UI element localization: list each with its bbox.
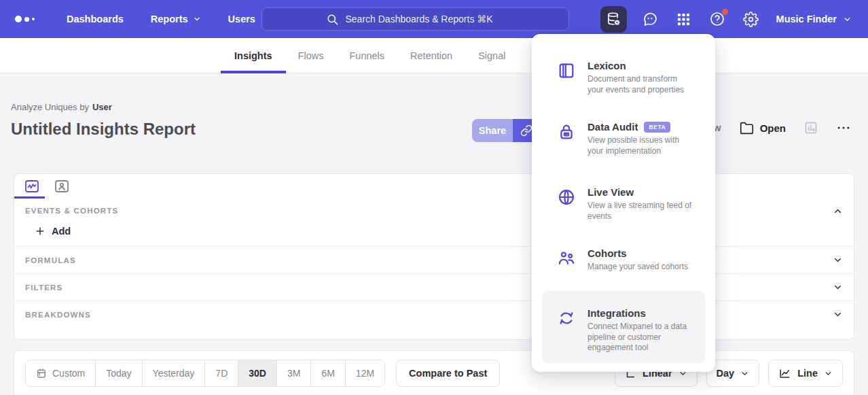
- tab-retention[interactable]: Retention: [410, 38, 452, 73]
- settings-gear-icon: [743, 12, 759, 27]
- date-range-30d[interactable]: 30D: [238, 360, 277, 386]
- chevron-down-icon[interactable]: [833, 309, 843, 320]
- date-range-6m[interactable]: 6M: [311, 360, 345, 386]
- menu-item-description: Manage your saved cohorts: [587, 262, 695, 273]
- add-to-board-button[interactable]: [804, 121, 818, 135]
- open-report-button[interactable]: Open: [740, 121, 786, 135]
- menu-item-lexicon[interactable]: Lexicon Document and transform your even…: [532, 60, 715, 95]
- logo-dot: [15, 16, 22, 22]
- share-button[interactable]: Share: [472, 119, 513, 142]
- tab-insights[interactable]: Insights: [234, 38, 272, 73]
- chevron-down-icon[interactable]: [833, 255, 843, 265]
- events-cohorts-header[interactable]: EVENTS & COHORTS: [14, 199, 854, 223]
- date-range-yesterday[interactable]: Yesterday: [143, 360, 206, 386]
- formulas-label: FORMULAS: [25, 256, 76, 264]
- chevron-up-icon[interactable]: [833, 206, 843, 216]
- calendar-icon: [36, 368, 47, 379]
- lexicon-book-icon: [557, 61, 576, 80]
- live-view-globe-icon: [557, 188, 576, 207]
- feedback-button[interactable]: [642, 11, 658, 27]
- menu-item-text: Data Audit BETA View possible issues wit…: [587, 121, 703, 156]
- eyebrow-prefix: Analyze Uniques by: [11, 102, 89, 112]
- menu-item-title: Cohorts: [587, 247, 703, 259]
- nav-reports[interactable]: Reports: [151, 14, 201, 24]
- date-range-today[interactable]: Today: [96, 360, 142, 386]
- chart-toolbar: Custom Today Yesterday 7D 30D 3M 6M 12M …: [14, 350, 854, 395]
- breakdowns-section-header[interactable]: BREAKDOWNS: [14, 300, 854, 328]
- compare-to-past-button[interactable]: Compare to Past: [396, 360, 500, 387]
- page: Dashboards Reports Users: [0, 0, 868, 395]
- interval-label: Day: [717, 368, 735, 379]
- events-mode-tab[interactable]: [23, 177, 41, 195]
- chart-type-dropdown[interactable]: Line: [768, 360, 843, 387]
- query-mode-tabs: [14, 174, 854, 199]
- menu-item-text: Integrations Connect Mixpanel to a data …: [587, 307, 703, 354]
- search-input[interactable]: [346, 14, 505, 24]
- menu-item-data-audit[interactable]: Data Audit BETA View possible issues wit…: [532, 121, 715, 156]
- settings-button[interactable]: [743, 12, 759, 27]
- integrations-sync-icon: [557, 309, 576, 328]
- tab-flows[interactable]: Flows: [298, 38, 324, 73]
- profiles-mode-tab[interactable]: [53, 177, 71, 195]
- eyebrow-value[interactable]: User: [92, 102, 112, 112]
- date-range-custom[interactable]: Custom: [26, 360, 96, 386]
- menu-title-label: Live View: [587, 186, 634, 198]
- apps-grid-button[interactable]: [676, 12, 691, 27]
- menu-item-cohorts[interactable]: Cohorts Manage your saved cohorts: [532, 247, 715, 273]
- menu-item-description: View a live streaming feed of events: [587, 201, 695, 222]
- plus-icon: [35, 226, 46, 237]
- beta-badge: BETA: [644, 122, 670, 133]
- data-audit-lock-icon: [557, 122, 576, 141]
- add-to-board-icon: [804, 121, 818, 135]
- nav-reports-label: Reports: [151, 14, 188, 24]
- add-event-button[interactable]: Add: [14, 223, 854, 246]
- data-management-menu: Lexicon Document and transform your even…: [532, 34, 715, 372]
- line-chart-icon: [24, 178, 40, 194]
- mixpanel-logo[interactable]: [15, 16, 45, 22]
- search-icon: [326, 13, 339, 26]
- tab-funnels[interactable]: Funnels: [349, 38, 384, 73]
- search-bar[interactable]: [261, 7, 569, 31]
- project-switcher[interactable]: Music Finder: [776, 14, 852, 24]
- chevron-down-icon: [843, 15, 852, 24]
- data-management-button[interactable]: [600, 6, 627, 33]
- help-button[interactable]: [709, 11, 725, 27]
- chevron-down-icon: [193, 15, 201, 23]
- formulas-section-header[interactable]: FORMULAS: [14, 246, 854, 273]
- date-range-control: Custom Today Yesterday 7D 30D 3M 6M 12M: [25, 360, 385, 387]
- project-name: Music Finder: [776, 14, 837, 24]
- nav-users[interactable]: Users: [228, 14, 255, 24]
- events-cohorts-label: EVENTS & COHORTS: [25, 207, 118, 215]
- line-chart-type-icon: [778, 367, 791, 380]
- menu-item-text: Lexicon Document and transform your even…: [587, 60, 703, 95]
- apps-grid-icon: [676, 12, 691, 27]
- cohorts-users-icon: [557, 249, 576, 268]
- help-notification-dot: [722, 9, 728, 15]
- chevron-down-icon: [824, 369, 833, 378]
- menu-item-title: Lexicon: [587, 60, 703, 71]
- date-range-7d[interactable]: 7D: [205, 360, 238, 386]
- filters-label: FILTERS: [25, 284, 62, 292]
- active-mode-underline: [14, 196, 45, 199]
- menu-item-live-view[interactable]: Live View View a live streaming feed of …: [532, 186, 715, 222]
- report-tabbar: Insights Flows Funnels Retention Signal …: [0, 38, 868, 73]
- tab-signal[interactable]: Signal: [478, 38, 505, 73]
- menu-item-text: Live View View a live streaming feed of …: [587, 186, 703, 222]
- date-range-12m[interactable]: 12M: [346, 360, 384, 386]
- filters-section-header[interactable]: FILTERS: [14, 273, 854, 300]
- nav-dashboards[interactable]: Dashboards: [67, 14, 124, 24]
- report-actions: New Open: [701, 120, 851, 135]
- chevron-down-icon[interactable]: [833, 282, 843, 292]
- more-options-icon: [836, 120, 851, 135]
- more-options-button[interactable]: [836, 120, 851, 135]
- breakdowns-label: BREAKDOWNS: [25, 311, 91, 319]
- topbar: Dashboards Reports Users: [0, 0, 868, 38]
- topbar-right: Music Finder: [600, 0, 868, 38]
- date-range-3m[interactable]: 3M: [277, 360, 311, 386]
- report-title[interactable]: Untitled Insights Report: [11, 120, 196, 139]
- folder-icon: [740, 121, 754, 135]
- menu-item-text: Cohorts Manage your saved cohorts: [587, 247, 703, 273]
- top-navigation: Dashboards Reports Users: [67, 14, 255, 24]
- nav-users-label: Users: [228, 14, 255, 24]
- menu-item-integrations[interactable]: Integrations Connect Mixpanel to a data …: [542, 291, 705, 363]
